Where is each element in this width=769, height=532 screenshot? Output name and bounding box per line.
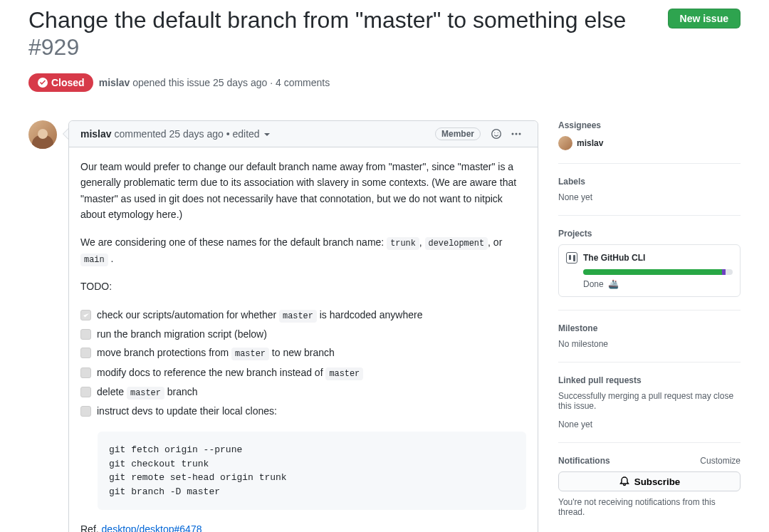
- code-block: git fetch origin --prune git checkout tr…: [98, 432, 526, 510]
- issue-meta: mislav opened this issue 25 days ago · 4…: [99, 77, 330, 88]
- bell-icon: [619, 476, 630, 487]
- task-text: modify docs to reference the new branch …: [97, 365, 363, 381]
- task-checkbox[interactable]: [80, 329, 91, 340]
- subscribe-button[interactable]: Subscribe: [558, 471, 741, 491]
- svg-point-0: [492, 130, 501, 139]
- comment-timestamp: commented 25 days ago • edited: [112, 128, 263, 140]
- svg-point-5: [519, 133, 521, 135]
- emoji-reaction-button[interactable]: [486, 127, 506, 141]
- projects-heading[interactable]: Projects: [558, 229, 741, 239]
- new-issue-button[interactable]: New issue: [668, 9, 741, 28]
- reference-line: Ref. desktop/desktop#6478: [80, 521, 526, 532]
- milestone-value: No milestone: [558, 339, 741, 349]
- svg-point-1: [494, 132, 495, 133]
- comment-paragraph: We are considering one of these names fo…: [80, 234, 526, 267]
- reference-link[interactable]: desktop/desktop#6478: [102, 523, 202, 532]
- task-text: check our scripts/automation for whether…: [97, 307, 423, 323]
- milestone-heading[interactable]: Milestone: [558, 323, 741, 333]
- notifications-description: You're not receiving notifications from …: [558, 497, 741, 517]
- issue-author-link[interactable]: mislav: [99, 77, 130, 88]
- issue-state-badge: Closed: [28, 73, 93, 92]
- task-checkbox[interactable]: [80, 348, 91, 358]
- issue-closed-icon: [37, 77, 48, 88]
- labels-value: None yet: [558, 192, 741, 202]
- svg-point-3: [512, 133, 514, 135]
- linked-pr-description: Successfully merging a pull request may …: [558, 391, 741, 411]
- ship-icon: 🚢: [608, 279, 619, 289]
- project-icon: [566, 252, 577, 264]
- todo-heading: TODO:: [80, 278, 526, 294]
- task-checkbox[interactable]: [80, 387, 91, 397]
- kebab-menu-button[interactable]: [506, 127, 526, 141]
- task-checkbox[interactable]: [80, 367, 91, 378]
- customize-link[interactable]: Customize: [700, 456, 741, 466]
- task-text: instruct devs to update their local clon…: [97, 403, 277, 419]
- svg-point-2: [498, 132, 498, 133]
- project-progress-bar: [583, 269, 733, 275]
- issue-number: #929: [28, 34, 654, 61]
- project-card[interactable]: The GitHub CLI Done 🚢: [558, 244, 741, 297]
- svg-point-4: [516, 133, 518, 135]
- edited-dropdown-icon[interactable]: [264, 133, 270, 136]
- member-badge: Member: [435, 127, 481, 140]
- assignee-link[interactable]: mislav: [577, 138, 603, 148]
- labels-heading[interactable]: Labels: [558, 177, 741, 187]
- notifications-heading: Notifications: [558, 456, 610, 466]
- task-text: run the branch migration script (below): [97, 326, 267, 342]
- task-text: move branch protections from master to n…: [97, 345, 335, 361]
- linked-pr-value: None yet: [558, 419, 741, 429]
- comment-author[interactable]: mislav: [80, 128, 112, 140]
- comment-box: mislav commented 25 days ago • edited Me…: [68, 120, 538, 532]
- avatar[interactable]: [28, 120, 57, 149]
- project-status-text: Done: [583, 279, 604, 289]
- project-name: The GitHub CLI: [583, 253, 645, 263]
- task-list: check our scripts/automation for whether…: [80, 306, 526, 420]
- assignees-heading[interactable]: Assignees: [558, 120, 741, 130]
- assignee-avatar[interactable]: [558, 136, 572, 150]
- task-checkbox[interactable]: [80, 310, 91, 320]
- comment-paragraph: Our team would prefer to change our defa…: [80, 159, 526, 223]
- linked-pr-heading[interactable]: Linked pull requests: [558, 375, 741, 385]
- issue-title: Change the default branch from "master" …: [28, 6, 654, 34]
- task-checkbox[interactable]: [80, 406, 91, 417]
- task-text: delete master branch: [97, 384, 198, 400]
